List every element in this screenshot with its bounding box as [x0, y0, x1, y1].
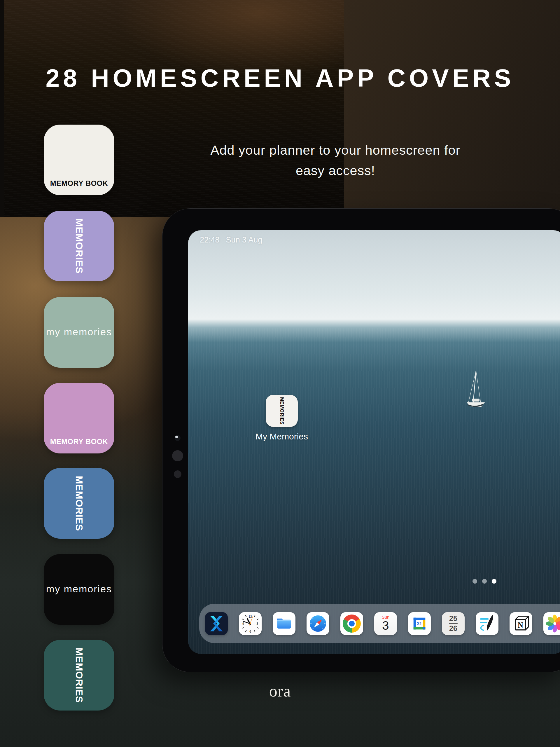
cover-label: MEMORY BOOK [44, 179, 114, 188]
status-bar: 22:48 Sun 3 Aug [200, 235, 262, 244]
svg-text:6: 6 [249, 630, 251, 633]
cover-label: MEMORY BOOK [44, 437, 114, 446]
page-dot[interactable] [482, 579, 487, 584]
chrome-logo [343, 615, 361, 633]
dock-icon-planner-app[interactable] [205, 612, 228, 635]
svg-text:9: 9 [242, 622, 244, 625]
page-indicator[interactable] [473, 579, 505, 584]
cover-label: MEMORIES [74, 647, 85, 703]
dock-icon-photos[interactable] [543, 612, 560, 635]
app-cover-my-memories-black: my memories [44, 554, 114, 625]
status-time: 22:48 [200, 235, 220, 244]
dock-icon-google-calendar[interactable]: 31 [408, 612, 431, 635]
app-cover-memories-teal: MEMORIES [44, 640, 114, 711]
dock-icon-year-planner[interactable]: 25 26 [442, 612, 464, 635]
svg-text:3: 3 [257, 622, 258, 625]
app-cover-memories-blue: MEMORIES [44, 468, 114, 539]
svg-text:N: N [518, 621, 523, 629]
home-app-icon-text: MEMORIES [279, 397, 285, 424]
camera-sensor-small-icon [174, 470, 181, 478]
brand-logo-ora: ora [251, 681, 309, 700]
status-date: Sun 3 Aug [226, 235, 263, 244]
ipad-homescreen: 22:48 Sun 3 Aug MEMORIES My Memories [188, 230, 560, 654]
page-dot[interactable] [473, 579, 477, 584]
ipad-mockup: 22:48 Sun 3 Aug MEMORIES My Memories [162, 208, 560, 672]
app-cover-memories-purple: MEMORIES [44, 211, 114, 281]
page-subtitle: Add your planner to your homescreen for … [198, 140, 473, 181]
page-dot-active[interactable] [492, 579, 497, 584]
subtitle-line-1: Add your planner to your homescreen for [198, 140, 473, 160]
front-camera-icon [175, 435, 181, 441]
home-app-icon-memories[interactable]: MEMORIES [266, 395, 298, 427]
page-title: 28 HOMESCREEN APP COVERS [0, 63, 560, 93]
app-cover-memory-book-white: MEMORY BOOK [44, 125, 114, 195]
dock-icon-safari[interactable] [306, 612, 329, 635]
subtitle-line-2: easy access! [198, 160, 473, 181]
calendar-day: 3 [382, 619, 389, 632]
dock-icon-clock[interactable]: 12 3 6 9 [239, 612, 262, 635]
cover-label: my memories [44, 583, 114, 595]
year-bottom: 26 [449, 625, 457, 632]
dock-icon-chrome[interactable] [340, 612, 363, 635]
sailboat-image [464, 370, 488, 412]
fraction-divider [449, 623, 458, 624]
dock-icon-calendar[interactable]: Sun 3 [374, 612, 397, 635]
camera-sensor-icon [172, 450, 183, 461]
app-cover-my-memories-sage: my memories [44, 297, 114, 368]
cover-label: MEMORIES [74, 218, 85, 274]
dock-icon-files[interactable] [273, 612, 295, 635]
app-cover-memory-book-pink: MEMORY BOOK [44, 383, 114, 454]
cover-label: MEMORIES [74, 475, 85, 531]
dock: 12 3 6 9 [199, 604, 560, 643]
dock-icon-notion[interactable]: N [510, 612, 532, 635]
year-top: 25 [449, 615, 457, 622]
home-app-label: My Memories [238, 432, 325, 441]
cover-label: my memories [44, 326, 114, 338]
dock-icon-notes-planner[interactable] [476, 612, 499, 635]
svg-text:31: 31 [417, 621, 422, 626]
svg-text:12: 12 [248, 615, 252, 618]
